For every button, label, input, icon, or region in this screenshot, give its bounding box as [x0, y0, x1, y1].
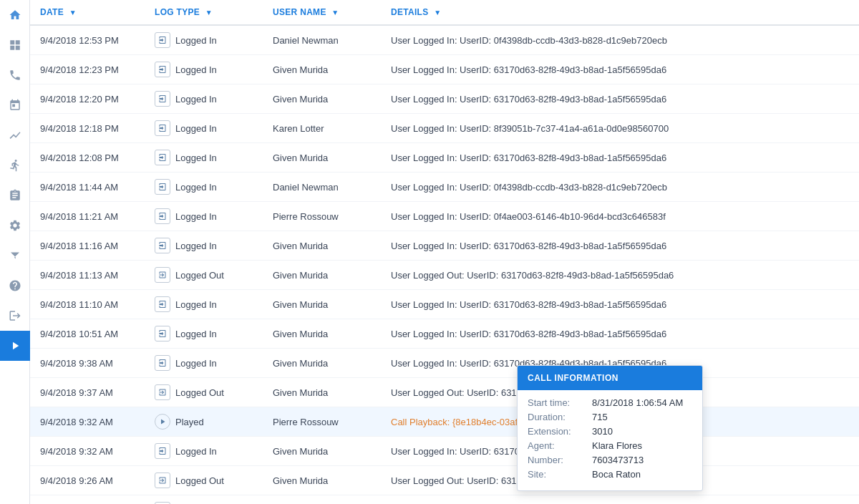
logtype-label: Logged In: [175, 299, 217, 310]
sidebar-item-analytics[interactable]: [0, 120, 30, 150]
cell-username: Given Murida: [263, 55, 381, 84]
call-info-field: Start time:8/31/2018 1:06:54 AM: [528, 397, 692, 408]
username-sort-icon: ▼: [331, 9, 339, 16]
main-content: DATE ▼ LOG TYPE ▼ USER NAME ▼ DETAILS ▼: [30, 0, 859, 504]
call-info-field-value: 7603473713: [592, 455, 644, 465]
cell-logtype: Logged In: [145, 173, 263, 202]
logtype-label: Logged In: [175, 94, 217, 105]
logtype-label: Logged In: [175, 35, 217, 46]
cell-date: 9/4/2018 9:23 AM: [30, 495, 145, 505]
call-info-field-label: Start time:: [528, 397, 592, 408]
logtype-label: Logged In: [175, 446, 217, 457]
cell-username: Pierre Rossouw: [263, 202, 381, 231]
cell-logtype: Logged In: [145, 319, 263, 349]
sidebar: [0, 0, 30, 504]
login-icon: [155, 355, 170, 371]
logout-icon: [155, 472, 170, 488]
sidebar-item-logout[interactable]: [0, 301, 30, 331]
cell-username: Given Murida: [263, 231, 381, 261]
cell-username: Karen Lotter: [263, 114, 381, 143]
sidebar-item-home[interactable]: [0, 0, 30, 30]
cell-logtype: Logged Out: [145, 466, 263, 495]
cell-username: Given Murida: [263, 261, 381, 290]
cell-logtype: Logged In: [145, 290, 263, 319]
cell-username: Daniel Newman: [263, 173, 381, 202]
cell-details: User Logged In: UserID: 63170d63-82f8-49…: [381, 290, 859, 319]
call-info-field-value: 715: [592, 412, 608, 422]
sidebar-item-expand[interactable]: [0, 331, 30, 361]
call-info-field-value: Klara Flores: [592, 440, 642, 451]
sidebar-item-settings[interactable]: [0, 210, 30, 241]
log-table: DATE ▼ LOG TYPE ▼ USER NAME ▼ DETAILS ▼: [30, 0, 859, 504]
logtype-label: Logged In: [175, 182, 217, 193]
table-row: 9/4/2018 11:10 AMLogged InGiven MuridaUs…: [30, 290, 859, 319]
logout-icon: [155, 267, 170, 283]
login-icon: [155, 91, 170, 107]
sidebar-item-clipboard[interactable]: [0, 180, 30, 210]
col-header-username[interactable]: USER NAME ▼: [263, 0, 381, 25]
table-row: 9/4/2018 9:37 AMLogged OutGiven MuridaUs…: [30, 378, 859, 407]
table-row: 9/4/2018 11:13 AMLogged OutGiven MuridaU…: [30, 261, 859, 290]
call-info-field-label: Duration:: [528, 412, 592, 422]
login-icon: [155, 443, 170, 459]
cell-date: 9/4/2018 11:16 AM: [30, 231, 145, 261]
sidebar-item-filter[interactable]: [0, 241, 30, 271]
table-row: 9/4/2018 11:44 AMLogged InDaniel NewmanU…: [30, 173, 859, 202]
login-icon: [155, 179, 170, 195]
logtype-label: Logged In: [175, 152, 217, 163]
table-row: 9/4/2018 9:32 AMLogged InGiven MuridaUse…: [30, 437, 859, 466]
cell-username: Given Murida: [263, 143, 381, 173]
sidebar-item-support[interactable]: [0, 271, 30, 301]
cell-date: 9/4/2018 9:38 AM: [30, 349, 145, 378]
cell-date: 9/4/2018 9:26 AM: [30, 466, 145, 495]
login-icon: [155, 326, 170, 341]
login-icon: [155, 238, 170, 253]
cell-username: Given Murida: [263, 319, 381, 349]
cell-details: User Logged Out: UserID: 63170d63-82f8-4…: [381, 261, 859, 290]
col-header-logtype[interactable]: LOG TYPE ▼: [145, 0, 263, 25]
logtype-label: Played: [175, 417, 204, 427]
call-info-field: Extension:3010: [528, 426, 692, 437]
call-info-field: Agent:Klara Flores: [528, 440, 692, 451]
sidebar-item-calendar[interactable]: [0, 90, 30, 120]
cell-date: 9/4/2018 12:08 PM: [30, 143, 145, 173]
call-info-field-value: 3010: [592, 426, 613, 437]
cell-details: User Logged In: UserID: 0f4ae003-6146-4b…: [381, 495, 859, 505]
date-sort-icon: ▼: [69, 9, 77, 16]
logtype-label: Logged In: [175, 123, 217, 134]
cell-logtype: Logged Out: [145, 261, 263, 290]
call-info-field-label: Number:: [528, 455, 592, 465]
call-info-field-label: Site:: [528, 469, 592, 480]
cell-username: Given Murida: [263, 437, 381, 466]
cell-date: 9/4/2018 10:51 AM: [30, 319, 145, 349]
login-icon: [155, 62, 170, 77]
login-icon: [155, 150, 170, 165]
cell-logtype: Logged In: [145, 437, 263, 466]
details-sort-icon: ▼: [434, 9, 441, 16]
col-header-details[interactable]: DETAILS ▼: [381, 0, 859, 25]
play-icon: [155, 414, 170, 430]
cell-username: Given Murida: [263, 349, 381, 378]
table-header-row: DATE ▼ LOG TYPE ▼ USER NAME ▼ DETAILS ▼: [30, 0, 859, 25]
call-info-body: Start time:8/31/2018 1:06:54 AMDuration:…: [518, 390, 702, 490]
cell-details: User Logged In: UserID: 63170d63-82f8-49…: [381, 55, 859, 84]
logtype-label: Logged In: [175, 211, 217, 222]
call-info-field-value: Boca Raton: [592, 469, 641, 480]
table-row: 9/4/2018 12:18 PMLogged InKaren LotterUs…: [30, 114, 859, 143]
logtype-label: Logged In: [175, 358, 217, 369]
login-icon: [155, 208, 170, 224]
table-row: 9/4/2018 11:21 AMLogged InPierre Rossouw…: [30, 202, 859, 231]
cell-date: 9/4/2018 11:10 AM: [30, 290, 145, 319]
cell-date: 9/4/2018 9:32 AM: [30, 437, 145, 466]
sidebar-item-pulse[interactable]: [0, 150, 30, 180]
sidebar-item-dashboard[interactable]: [0, 30, 30, 60]
cell-logtype: Played: [145, 407, 263, 437]
col-header-date[interactable]: DATE ▼: [30, 0, 145, 25]
table-row: 9/4/2018 12:53 PMLogged InDaniel NewmanU…: [30, 25, 859, 55]
cell-date: 9/4/2018 9:32 AM: [30, 407, 145, 437]
table-row: 9/4/2018 12:23 PMLogged InGiven MuridaUs…: [30, 55, 859, 84]
cell-logtype: Logged In: [145, 202, 263, 231]
cell-logtype: Logged In: [145, 495, 263, 505]
sidebar-item-calls[interactable]: [0, 60, 30, 90]
cell-date: 9/4/2018 12:53 PM: [30, 25, 145, 55]
